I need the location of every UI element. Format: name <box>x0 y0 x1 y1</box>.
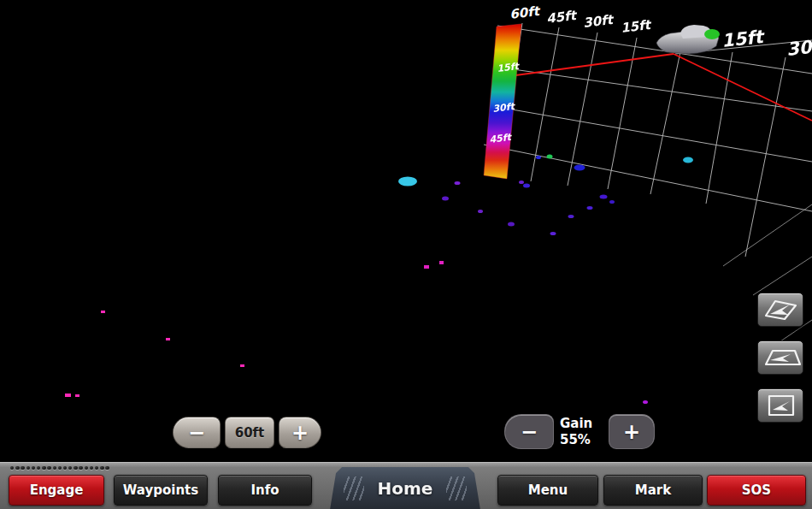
grille-dot <box>79 466 82 470</box>
grille-dot <box>100 466 103 470</box>
gain-value: 55% <box>560 432 604 448</box>
grille-dot <box>32 466 35 470</box>
range-minus-button[interactable]: − <box>173 417 221 448</box>
grille-dot <box>63 466 67 470</box>
menu-button[interactable]: Menu <box>497 475 598 506</box>
sonar-3d-scene[interactable]: 15ft 30ft 45ft 60ft 45ft 30ft 15ft 15ft … <box>0 0 812 462</box>
grille-dot <box>68 466 72 470</box>
home-button[interactable]: Home <box>330 467 480 509</box>
gain-plus-button[interactable]: + <box>609 414 655 449</box>
waypoints-button[interactable]: Waypoints <box>114 475 208 506</box>
mid-view-icon <box>758 341 803 374</box>
gain-label-text: Gain <box>560 416 604 432</box>
grille-dot <box>74 466 77 470</box>
info-button[interactable]: Info <box>218 475 312 506</box>
boat-bow-marker <box>704 29 720 39</box>
range-value: 60ft <box>225 417 274 448</box>
engage-button[interactable]: Engage <box>9 475 104 506</box>
grille-dot <box>53 466 56 470</box>
home-button-label: Home <box>378 478 433 499</box>
grille-dot <box>15 466 19 470</box>
chartplotter-screen: 15ft 30ft 45ft 60ft 45ft 30ft 15ft 15ft … <box>0 0 812 509</box>
grille-dot <box>95 466 98 470</box>
grille-dot <box>58 466 62 470</box>
far-corner-label: 30ft <box>786 35 812 60</box>
menu-bar: Engage Waypoints Info Home Menu Mark SOS <box>0 462 812 509</box>
gain-readout: Gain 55% <box>558 414 604 449</box>
speaker-grille <box>10 466 109 470</box>
home-grip-right <box>446 476 467 500</box>
side-view-icon <box>758 389 803 422</box>
range-plus-button[interactable]: + <box>279 417 321 448</box>
view-mid-button[interactable] <box>757 340 803 375</box>
grille-dot <box>21 466 24 470</box>
view-side-button[interactable] <box>757 388 803 423</box>
view-tilt-button[interactable] <box>757 293 803 327</box>
gain-minus-button[interactable]: − <box>504 414 554 449</box>
grille-dot <box>10 466 14 470</box>
gain-control: − Gain 55% + <box>504 414 655 449</box>
grille-dot <box>47 466 50 470</box>
grille-dot <box>90 466 93 470</box>
home-grip-left <box>344 476 364 500</box>
mark-button[interactable]: Mark <box>603 475 703 506</box>
grille-dot <box>42 466 45 470</box>
sos-button[interactable]: SOS <box>707 475 806 506</box>
grille-dot <box>26 466 30 470</box>
grille-dot <box>37 466 40 470</box>
grille-dot <box>105 466 109 470</box>
range-control: − 60ft + <box>173 417 321 448</box>
tilt-view-icon <box>758 293 803 326</box>
grille-dot <box>85 466 88 470</box>
